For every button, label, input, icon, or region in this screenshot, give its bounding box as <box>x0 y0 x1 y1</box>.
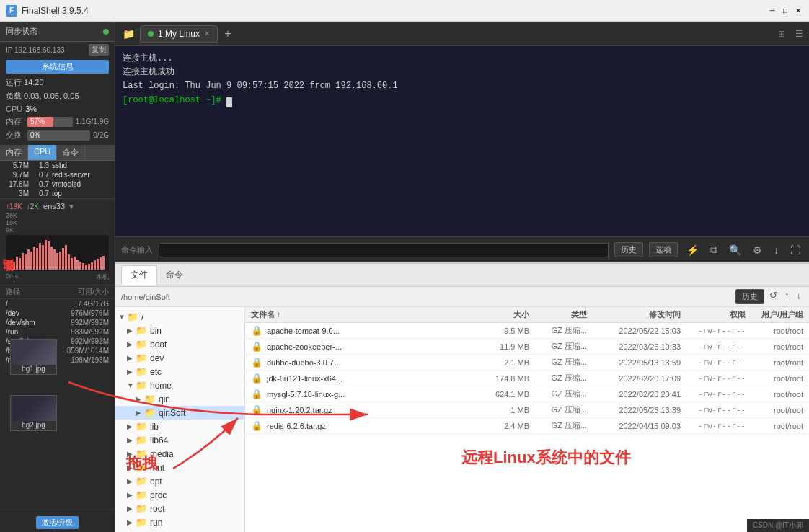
fm-tab-files[interactable]: 文件 <box>121 265 157 285</box>
file-perm-4: -rw-r--r-- <box>681 389 746 399</box>
ip-label: IP 192.168.60.133 <box>6 46 65 54</box>
file-size-5: 1 MB <box>472 406 529 414</box>
fm-tab-commands[interactable]: 命令 <box>157 266 192 284</box>
file-row-6[interactable]: 🔒 redis-6.2.6.tar.gz 2.4 MB GZ 压缩... 202… <box>245 418 809 434</box>
process-row[interactable]: 5.7M 1.3 sshd <box>0 161 115 170</box>
tree-label-qin: qin <box>159 394 170 404</box>
maximize-button[interactable]: □ <box>780 6 790 16</box>
lightning-icon[interactable]: ⚡ <box>684 243 702 257</box>
tree-item-home[interactable]: ▼ 📁 home <box>115 378 244 392</box>
disk-header-path: 路径 <box>6 287 20 297</box>
disk-row[interactable]: /dev/shm 992M/992M <box>0 318 115 327</box>
tree-item-opt[interactable]: ▶ 📁 opt <box>115 474 244 488</box>
fh-type: 类型 <box>529 309 587 320</box>
tree-item-root[interactable]: ▼ 📁 / <box>115 310 244 324</box>
process-row[interactable]: 3M 0.7 top <box>0 189 115 198</box>
tree-item-qinsoft[interactable]: ▶ 📁 qinSoft <box>115 406 244 420</box>
terminal[interactable]: 连接主机... 连接主机成功 Last login: Thu Jun 9 09:… <box>115 46 809 236</box>
mem-label: 内存 <box>6 116 22 127</box>
uptime-value: 运行 14:20 <box>6 77 44 88</box>
file-size-3: 174.8 MB <box>472 374 529 383</box>
tree-item-media[interactable]: ▶ 📁 media <box>115 447 244 461</box>
file-type-0: GZ 压缩... <box>529 325 587 336</box>
process-row[interactable]: 9.7M 0.7 redis-server <box>0 170 115 179</box>
tree-label-bin: bin <box>150 326 162 336</box>
file-type-4: GZ 压缩... <box>529 389 587 399</box>
thumb-label-bg2: bg2.jpg <box>22 421 45 429</box>
tree-item-dev[interactable]: ▶ 📁 dev <box>115 351 244 365</box>
tree-item-boot[interactable]: ▶ 📁 boot <box>115 337 244 351</box>
file-icon-1: 🔒 <box>251 341 262 352</box>
proc-cmd-2: vmtoolsd <box>52 180 112 188</box>
copy-ip-button[interactable]: 复制 <box>89 44 109 56</box>
tree-item-mnt[interactable]: ▶ 📁 mnt <box>115 461 244 474</box>
disk-row[interactable]: /dev 976M/976M <box>0 309 115 318</box>
tree-item-root[interactable]: ▶ 📁 root <box>115 502 244 515</box>
sidebar: 同步状态 IP 192.168.60.133 复制 系统信息 运行 14:20 … <box>0 22 115 532</box>
history-button[interactable]: 历史 <box>614 242 643 257</box>
thumbnail-bg1[interactable]: bg1.jpg <box>10 339 57 375</box>
term-prompt: [root@localhost ~]# <box>123 95 226 105</box>
tree-item-run[interactable]: ▶ 📁 run <box>115 515 244 529</box>
fm-upload-icon[interactable]: ↑ <box>782 289 792 304</box>
disk-path-2: /dev/shm <box>6 319 58 327</box>
process-row[interactable]: 17.8M 0.7 vmtoolsd <box>0 179 115 189</box>
fm-list-header: 文件名 ↑ 大小 类型 修改时间 权限 用户/用户组 <box>245 307 809 323</box>
file-icon-3: 🔒 <box>251 373 262 384</box>
tab-close-btn[interactable]: ✕ <box>204 30 210 37</box>
tree-item-bin[interactable]: ▶ 📁 bin <box>115 324 244 337</box>
file-row-1[interactable]: 🔒 apache-zookeeper-... 11.9 MB GZ 压缩... … <box>245 339 809 355</box>
upgrade-button[interactable]: 激活/升级 <box>36 516 79 529</box>
file-type-2: GZ 压缩... <box>529 357 587 368</box>
cmd-bar: 命令输入 历史 选项 ⚡ ⧉ 🔍 ⚙ ↓ ⛶ <box>115 236 809 262</box>
file-user-3: root/root <box>746 374 803 383</box>
load-row: 负载 0.03, 0.05, 0.05 <box>0 89 115 103</box>
fm-download-icon[interactable]: ↓ <box>795 289 804 304</box>
minimize-button[interactable]: ─ <box>767 6 777 16</box>
menu-icon[interactable]: ☰ <box>792 27 806 41</box>
file-date-5: 2022/05/23 13:39 <box>587 406 681 414</box>
file-row-3[interactable]: 🔒 jdk-8u121-linux-x64... 174.8 MB GZ 压缩.… <box>245 371 809 386</box>
disk-avail-0: 7.4G/17G <box>58 300 109 308</box>
ssh-tab-1[interactable]: 1 My Linux ✕ <box>140 25 218 43</box>
tree-item-qin[interactable]: ▶ 📁 qin <box>115 392 244 406</box>
file-row-0[interactable]: 🔒 apache-tomcat-9.0... 9.5 MB GZ 压缩... 2… <box>245 323 809 339</box>
title-bar: F FinalShell 3.9.5.4 ─ □ ✕ <box>0 0 809 22</box>
command-input[interactable] <box>159 243 609 257</box>
copy-cmd-icon[interactable]: ⧉ <box>707 242 720 257</box>
disk-row[interactable]: /run 983M/992M <box>0 327 115 337</box>
expand-icon[interactable]: ⛶ <box>787 243 803 257</box>
file-perm-1: -rw-r--r-- <box>681 342 746 351</box>
folder-icon-btn[interactable]: 📁 <box>118 24 138 44</box>
close-button[interactable]: ✕ <box>793 6 803 16</box>
proc-mem-3: 3M <box>3 190 29 198</box>
file-row-2[interactable]: 🔒 dubbo-dubbo-3.0.7... 2.1 MB GZ 压缩... 2… <box>245 355 809 371</box>
tree-item-proc[interactable]: ▶ 📁 proc <box>115 488 244 502</box>
new-tab-button[interactable]: + <box>219 25 236 43</box>
tab-cpu[interactable]: CPU <box>28 145 57 160</box>
tree-item-lib[interactable]: ▶ 📁 lib <box>115 420 244 433</box>
grid-view-icon[interactable]: ⊞ <box>774 27 789 41</box>
file-row-5[interactable]: 🔒 nginx-1.20.2.tar.gz 1 MB GZ 压缩... 2022… <box>245 402 809 418</box>
file-name-4: mysql-5.7.18-linux-g... <box>267 390 472 399</box>
tree-label-home: home <box>150 381 172 391</box>
sysinfo-button[interactable]: 系统信息 <box>6 60 109 74</box>
tree-item-lib64[interactable]: ▶ 📁 lib64 <box>115 433 244 447</box>
fm-refresh-icon[interactable]: ↺ <box>767 289 779 304</box>
thumbnail-bg2[interactable]: bg2.jpg <box>10 395 57 431</box>
net-chart <box>6 235 109 271</box>
file-icon-2: 🔒 <box>251 357 262 368</box>
option-button[interactable]: 选项 <box>649 242 678 257</box>
tree-item-etc[interactable]: ▶ 📁 etc <box>115 365 244 378</box>
search-cmd-icon[interactable]: 🔍 <box>726 243 744 257</box>
tab-memory[interactable]: 内存 <box>0 145 28 160</box>
proc-mem-1: 9.7M <box>3 171 29 179</box>
settings-icon[interactable]: ⚙ <box>750 243 765 257</box>
file-row-4[interactable]: 🔒 mysql-5.7.18-linux-g... 624.1 MB GZ 压缩… <box>245 386 809 402</box>
download-icon[interactable]: ↓ <box>771 243 782 257</box>
fm-history-btn[interactable]: 历史 <box>735 289 764 304</box>
tab-command[interactable]: 命令 <box>57 145 85 160</box>
tab-bar: 📁 1 My Linux ✕ + ⊞ ☰ <box>115 22 809 46</box>
fm-content: ▼ 📁 / ▶ 📁 bin ▶ 📁 boot <box>115 307 809 532</box>
disk-row[interactable]: / 7.4G/17G <box>0 299 115 309</box>
